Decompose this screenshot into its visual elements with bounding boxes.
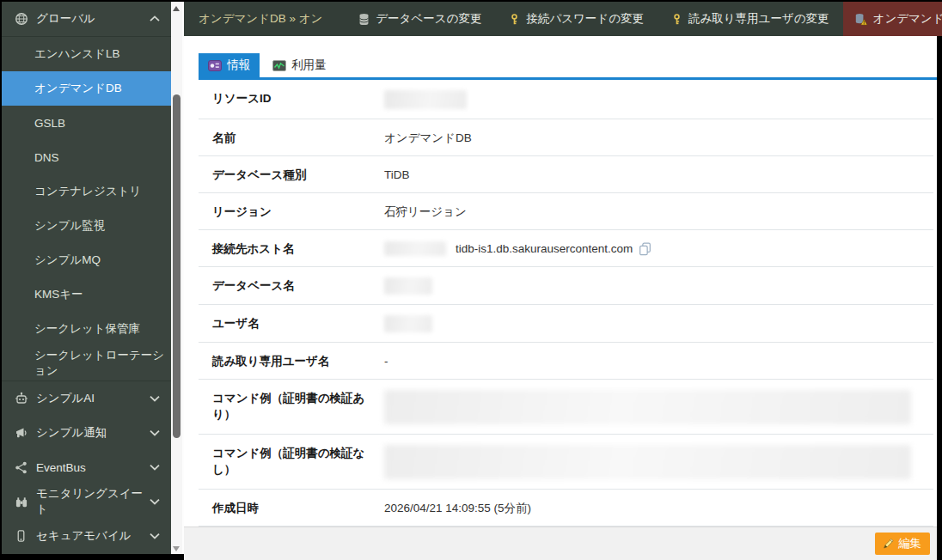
mobile-icon	[14, 529, 28, 543]
redacted-value	[384, 277, 432, 295]
delete-database-icon	[854, 13, 867, 26]
action-label: 接続パスワードの変更	[526, 11, 644, 27]
change-readonly-user-button[interactable]: 読み取り専用ユーザの変更	[658, 2, 843, 36]
main-area: オンデマンドDB » オン データベースの変更 接続パスワードの変更 読み取り専…	[184, 2, 937, 554]
sidebar-item-label: KMSキー	[34, 287, 83, 302]
table-row-readonly-user-name: 読み取り専用ユーザ名 -	[199, 343, 933, 380]
sidebar-item-simple-ai[interactable]: シンプルAI	[2, 381, 171, 416]
sidebar-item-simple-notification[interactable]: シンプル通知	[2, 416, 171, 450]
row-value: -	[384, 353, 933, 369]
tab-bar: 情報 利用量	[199, 53, 937, 80]
sidebar-item-label: EventBus	[36, 461, 86, 474]
copy-icon[interactable]	[639, 242, 651, 256]
table-row-region: リージョン 石狩リージョン	[199, 193, 933, 230]
table-row-created-at: 作成日時 2026/04/21 14:09:55 (5分前)	[199, 490, 933, 527]
key-icon	[671, 13, 682, 26]
tab-info[interactable]: 情報	[199, 53, 260, 77]
sidebar-item-secret-vault[interactable]: シークレット保管庫	[2, 312, 171, 346]
table-row-name: 名前 オンデマンドDB	[199, 119, 933, 156]
table-row-database-name: データベース名	[199, 267, 933, 305]
table-row-resource-id: リソースID	[199, 80, 933, 119]
table-row-command-with-cert: コマンド例（証明書の検証あり）	[199, 380, 933, 435]
redacted-value	[384, 445, 911, 479]
row-label: コマンド例（証明書の検証あり）	[212, 390, 384, 423]
sidebar-item-label: シンプル監視	[34, 218, 105, 234]
sidebar-item-enhanced-lb[interactable]: エンハンスドLB	[2, 37, 171, 71]
row-value: tidb-is1.db.sakurausercontent.com	[456, 240, 633, 257]
redacted-value	[384, 315, 432, 332]
tab-label: 利用量	[291, 58, 327, 73]
scrollbar-thumb[interactable]	[173, 94, 180, 438]
pencil-icon	[882, 538, 894, 550]
sidebar-item-label: GSLB	[34, 117, 65, 130]
sidebar: グローバル エンハンスドLB オンデマンドDB GSLB DNS コンテナレジス…	[2, 2, 171, 554]
row-label: コマンド例（証明書の検証なし）	[212, 445, 384, 478]
sidebar-item-monitoring-suite[interactable]: モニタリングスイート	[2, 484, 171, 519]
top-action-bar: オンデマンドDB » オン データベースの変更 接続パスワードの変更 読み取り専…	[184, 2, 937, 36]
redacted-value	[384, 390, 911, 424]
footer-bar: 編集	[184, 527, 937, 560]
edit-button-label: 編集	[898, 536, 921, 551]
chevron-down-icon	[150, 429, 160, 436]
action-label: データベースの変更	[376, 11, 481, 27]
row-label: 読み取り専用ユーザ名	[212, 353, 384, 369]
content-panel: 情報 利用量 リソースID 名前 オンデマンドDB	[184, 36, 937, 554]
tab-usage[interactable]: 利用量	[263, 53, 336, 77]
scrollbar-up-arrow[interactable]	[173, 6, 180, 11]
edit-button[interactable]: 編集	[875, 533, 930, 555]
table-row-database-type: データベース種別 TiDB	[199, 156, 933, 193]
sidebar-item-label: DNS	[34, 151, 59, 164]
sidebar-item-label: シンプルAI	[36, 391, 95, 406]
row-label: リージョン	[212, 204, 384, 220]
row-value: 2026/04/21 14:09:55 (5分前)	[384, 500, 933, 516]
table-row-host-name: 接続先ホスト名 tidb-is1.db.sakurausercontent.co…	[199, 230, 933, 267]
scrollbar-down-arrow[interactable]	[173, 546, 180, 551]
megaphone-icon	[14, 426, 28, 440]
row-label: 名前	[212, 130, 384, 146]
sidebar-item-label: シンプルMQ	[34, 253, 101, 268]
change-database-button[interactable]: データベースの変更	[345, 2, 495, 36]
row-value: オンデマンドDB	[384, 130, 933, 146]
tab-label: 情報	[227, 58, 250, 73]
sidebar-item-label: セキュアモバイル	[36, 528, 132, 544]
row-label: 作成日時	[212, 500, 384, 516]
sidebar-item-dns[interactable]: DNS	[2, 140, 171, 174]
chevron-down-icon	[150, 498, 160, 505]
database-icon	[358, 13, 370, 26]
sidebar-item-label: エンハンスドLB	[34, 46, 119, 62]
usage-chart-icon	[272, 60, 286, 71]
sidebar-item-simple-mq[interactable]: シンプルMQ	[2, 243, 171, 277]
sidebar-item-label: コンテナレジストリ	[34, 184, 141, 199]
sidebar-item-global[interactable]: グローバル	[2, 2, 171, 37]
row-label: 接続先ホスト名	[212, 240, 384, 257]
delete-ondemand-db-button[interactable]: オンデマンドDBを削除	[843, 2, 942, 36]
redacted-value	[384, 90, 467, 109]
action-label: オンデマンドDBを削除	[873, 11, 942, 27]
detail-table: リソースID 名前 オンデマンドDB データベース種別 TiDB リージョン 石…	[199, 80, 933, 527]
row-label: ユーザ名	[212, 315, 384, 332]
sidebar-scrollbar[interactable]	[171, 2, 184, 554]
sidebar-item-secure-mobile[interactable]: セキュアモバイル	[2, 519, 171, 553]
sidebar-item-kms-key[interactable]: KMSキー	[2, 277, 171, 312]
table-row-command-without-cert: コマンド例（証明書の検証なし）	[199, 435, 933, 490]
chevron-down-icon	[150, 533, 160, 539]
change-connection-password-button[interactable]: 接続パスワードの変更	[495, 2, 658, 36]
sidebar-item-secret-rotation[interactable]: シークレットローテーション	[2, 346, 171, 380]
sidebar-item-label: グローバル	[36, 11, 95, 27]
row-label: データベース種別	[212, 167, 384, 183]
table-row-user-name: ユーザ名	[199, 305, 933, 343]
sidebar-item-simple-monitoring[interactable]: シンプル監視	[2, 209, 171, 243]
binoculars-icon	[14, 496, 28, 508]
sidebar-item-container-registry[interactable]: コンテナレジストリ	[2, 174, 171, 209]
action-label: 読み取り専用ユーザの変更	[688, 11, 829, 27]
chevron-up-icon	[150, 15, 160, 22]
sidebar-item-gslb[interactable]: GSLB	[2, 106, 171, 140]
sidebar-item-label: モニタリングスイート	[36, 486, 150, 517]
sidebar-item-label: シークレット保管庫	[34, 321, 140, 337]
row-label: データベース名	[212, 277, 384, 294]
sidebar-item-label: オンデマンドDB	[34, 81, 122, 96]
sidebar-item-ondemand-db[interactable]: オンデマンドDB	[2, 71, 171, 106]
globe-icon	[14, 12, 28, 26]
sidebar-item-eventbus[interactable]: EventBus	[2, 450, 171, 484]
app-window: グローバル エンハンスドLB オンデマンドDB GSLB DNS コンテナレジス…	[2, 2, 937, 554]
